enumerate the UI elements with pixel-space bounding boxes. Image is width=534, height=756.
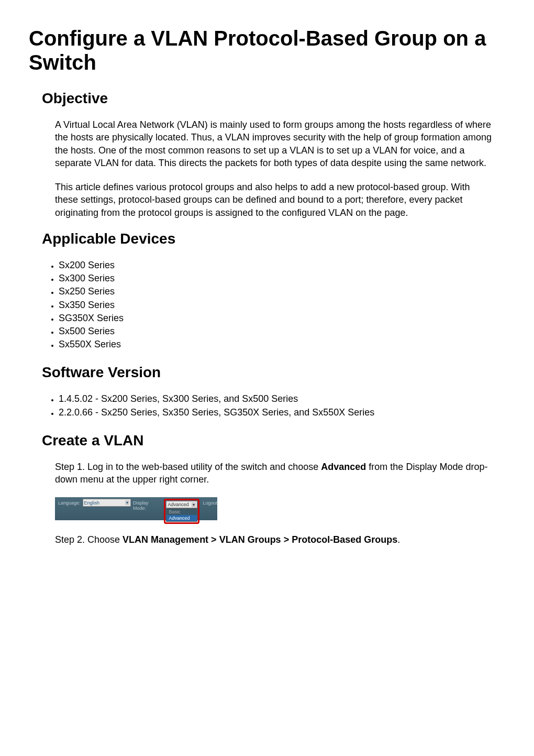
list-item: Sx550X Series [59, 338, 505, 351]
step-2-text: Step 2. Choose VLAN Management > VLAN Gr… [55, 533, 495, 546]
display-mode-select[interactable]: Advanced [166, 501, 197, 508]
step-1-text: Step 1. Log in to the web-based utility … [55, 461, 495, 486]
step-2-prefix: Step 2. Choose [55, 534, 123, 545]
language-value: English [84, 500, 100, 506]
list-item: Sx350 Series [59, 299, 505, 312]
objective-paragraph-1: A Virtual Local Area Network (VLAN) is m… [55, 118, 495, 169]
dropdown-option-advanced[interactable]: Advanced [166, 515, 197, 521]
step-1-prefix: Step 1. Log in to the web-based utility … [55, 462, 321, 472]
step-1-bold: Advanced [321, 462, 366, 472]
screenshot-display-mode: Language: English Display Mode: Advanced… [55, 497, 217, 520]
list-item: 1.4.5.02 - Sx200 Series, Sx300 Series, a… [59, 392, 505, 406]
create-vlan-heading: Create a VLAN [42, 432, 505, 449]
language-label: Language: [58, 500, 81, 506]
list-item: 2.2.0.66 - Sx250 Series, Sx350 Series, S… [59, 406, 505, 419]
dropdown-option-basic[interactable]: Basic [166, 509, 197, 515]
step-2-bold: VLAN Management > VLAN Groups > Protocol… [123, 534, 397, 545]
display-mode-value: Advanced [168, 502, 188, 507]
step-2-suffix: . [397, 534, 400, 545]
applicable-devices-heading: Applicable Devices [42, 231, 505, 247]
logout-link[interactable]: Logout [203, 500, 217, 506]
list-item: SG350X Series [59, 312, 505, 325]
page-title: Configure a VLAN Protocol-Based Group on… [29, 26, 505, 74]
language-select[interactable]: English [83, 499, 131, 507]
display-mode-highlight: Advanced Basic Advanced [164, 499, 199, 524]
list-item: Sx500 Series [59, 325, 505, 338]
list-item: Sx200 Series [59, 259, 505, 272]
software-version-list: 1.4.5.02 - Sx200 Series, Sx300 Series, a… [55, 392, 505, 419]
display-mode-label: Display Mode: [133, 500, 162, 511]
list-item: Sx250 Series [59, 285, 505, 298]
display-mode-dropdown: Basic Advanced [166, 508, 197, 522]
software-version-heading: Software Version [42, 364, 505, 381]
applicable-devices-list: Sx200 Series Sx300 Series Sx250 Series S… [55, 259, 505, 351]
objective-paragraph-2: This article defines various protocol gr… [55, 181, 495, 219]
list-item: Sx300 Series [59, 272, 505, 285]
objective-heading: Objective [42, 90, 505, 107]
